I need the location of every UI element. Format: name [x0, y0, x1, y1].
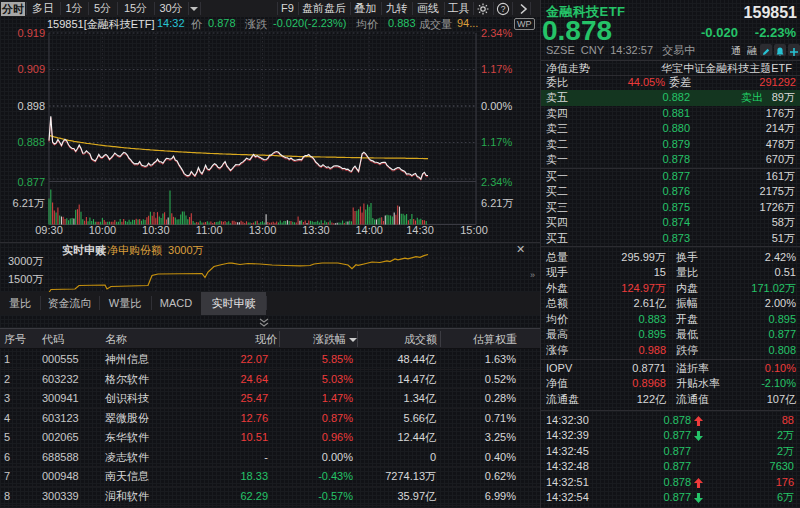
svg-text:09:30: 09:30: [35, 224, 63, 236]
svg-text:0.888: 0.888: [17, 136, 45, 148]
svg-text:0.898: 0.898: [17, 100, 45, 112]
svg-text:2.34%: 2.34%: [481, 176, 512, 188]
svg-text:15:00: 15:00: [460, 224, 488, 236]
svg-text:11:00: 11:00: [196, 224, 223, 236]
svg-text:0.00%: 0.00%: [481, 100, 512, 112]
svg-text:1.17%: 1.17%: [481, 63, 512, 75]
svg-text:1.17%: 1.17%: [481, 136, 512, 148]
svg-text:0.909: 0.909: [17, 63, 45, 75]
svg-text:6.21万: 6.21万: [481, 197, 513, 209]
svg-text:?: ?: [501, 4, 506, 14]
svg-text:14:30: 14:30: [406, 224, 434, 236]
svg-text:13:30: 13:30: [302, 224, 330, 236]
svg-text:10:30: 10:30: [142, 224, 170, 236]
svg-text:13:00: 13:00: [249, 224, 277, 236]
svg-text:0.877: 0.877: [17, 176, 45, 188]
svg-text:10:00: 10:00: [89, 224, 117, 236]
svg-text:6.21万: 6.21万: [13, 197, 45, 209]
svg-text:14:00: 14:00: [355, 224, 383, 236]
